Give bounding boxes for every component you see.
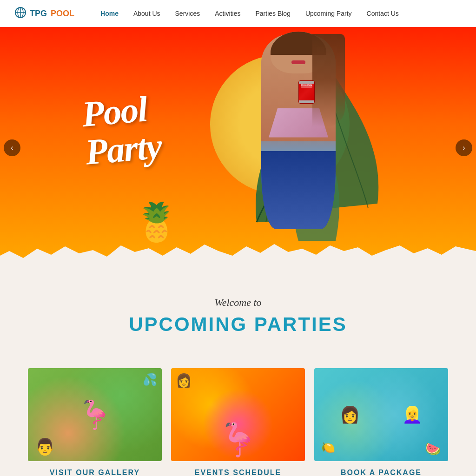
nav-services[interactable]: Services (168, 0, 208, 27)
events-card-image: 🦩 👩 (171, 368, 305, 461)
package-card[interactable]: 👩 👱‍♀️ 🍉 🍋 BOOK A PACKAGE (314, 368, 448, 476)
hero-section: Coca-Cola Pool Party 🍍 ‹ › (0, 27, 476, 269)
hero-next-button[interactable]: › (456, 139, 472, 156)
gallery-water-icon: 💦 (143, 373, 157, 386)
gallery-card-image: 🦩 👨 💦 (28, 368, 162, 461)
hero-pool-party-text: Pool Party (80, 89, 163, 171)
cards-section: 🦩 👨 💦 VISIT OUR GALLERY 🦩 👩 EVENTS SCHED… (0, 354, 476, 476)
person-figure: Coca-Cola (252, 34, 345, 243)
main-nav: Home About Us Services Activities Partie… (93, 0, 406, 27)
events-flamingo-icon: 🦩 (218, 421, 258, 459)
events-card-title: EVENTS SCHEDULE (171, 469, 305, 476)
nav-home[interactable]: Home (93, 0, 126, 27)
hero-prev-button[interactable]: ‹ (4, 139, 20, 156)
events-person-icon: 👩 (176, 373, 192, 388)
logo-tpg-text: TPG (30, 9, 47, 19)
gallery-person-icon: 👨 (35, 437, 55, 456)
package-card-title: BOOK A PACKAGE (314, 469, 448, 476)
nav-activities[interactable]: Activities (207, 0, 248, 27)
package-lemon-icon: 🍋 (321, 441, 335, 454)
gallery-flamingo-icon: 🦩 (78, 398, 112, 431)
header: TPG POOL Home About Us Services Activiti… (0, 0, 476, 27)
welcome-subtitle: Welcome to (9, 297, 467, 309)
nav-about[interactable]: About Us (126, 0, 168, 27)
nav-parties-blog[interactable]: Parties Blog (248, 0, 298, 27)
gallery-card-title: VISIT OUR GALLERY (28, 469, 162, 476)
logo[interactable]: TPG POOL (14, 6, 74, 21)
nav-contact[interactable]: Contact Us (359, 0, 406, 27)
package-woman2-icon: 👱‍♀️ (402, 405, 423, 424)
pineapple-decoration: 🍍 (133, 204, 180, 241)
nav-upcoming-party[interactable]: Upcoming Party (298, 0, 359, 27)
welcome-section: Welcome to UPCOMING PARTIES (0, 269, 476, 354)
events-card[interactable]: 🦩 👩 EVENTS SCHEDULE (171, 368, 305, 476)
package-woman1-icon: 👩 (340, 405, 360, 424)
torn-edge-decoration (0, 242, 476, 269)
package-watermelon-icon: 🍉 (425, 441, 441, 456)
logo-icon (14, 6, 27, 21)
package-card-image: 👩 👱‍♀️ 🍉 🍋 (314, 368, 448, 461)
gallery-card[interactable]: 🦩 👨 💦 VISIT OUR GALLERY (28, 368, 162, 476)
logo-pool-text: POOL (51, 9, 74, 19)
upcoming-parties-title: UPCOMING PARTIES (9, 313, 467, 336)
